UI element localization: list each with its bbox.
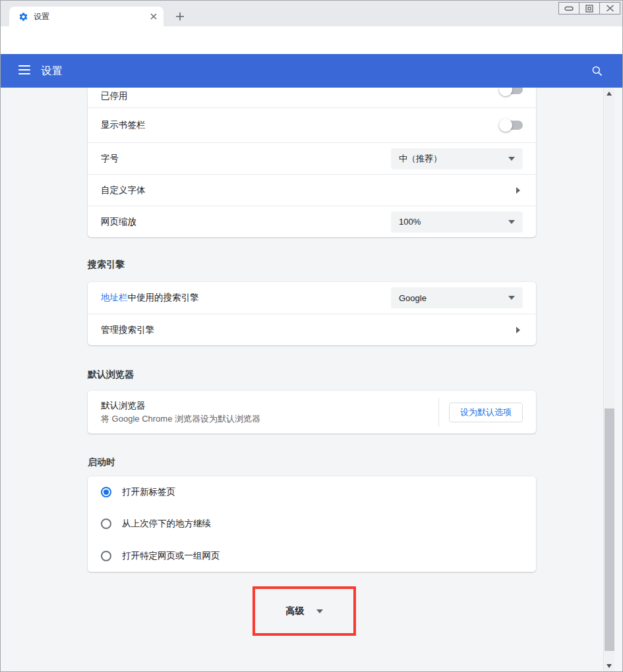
tab-close-icon[interactable] (150, 13, 157, 20)
row-label: 显示书签栏 (101, 119, 146, 131)
chevron-down-icon (316, 609, 323, 613)
settings-content: 已停用 显示书签栏 字号 中（推荐） 自定义字体 网页缩放 100% 搜索引擎 (0, 88, 623, 672)
font-size-dropdown[interactable]: 中（推荐） (391, 148, 523, 169)
appearance-card: 已停用 显示书签栏 字号 中（推荐） 自定义字体 网页缩放 100% (88, 88, 536, 237)
radio-unselected-icon[interactable] (101, 518, 111, 529)
setting-row-page-zoom: 网页缩放 100% (88, 206, 536, 237)
window-titlebar: 设置 (0, 0, 623, 26)
toggle-off[interactable] (500, 121, 523, 130)
on-startup-card: 打开新标签页 从上次停下的地方继续 打开特定网页或一组网页 (88, 476, 536, 572)
section-title-search-engine: 搜索引擎 (88, 258, 125, 271)
browser-toolbar: Chrome | chrome://settings (0, 26, 623, 54)
window-controls (559, 2, 620, 14)
gear-icon (18, 12, 28, 22)
search-engine-card: 地址栏中使用的搜索引擎 Google 管理搜索引擎 (88, 282, 536, 345)
section-title-default-browser: 默认浏览器 (88, 368, 134, 381)
scrollbar-thumb[interactable] (605, 408, 614, 651)
setting-row-font-size: 字号 中（推荐） (88, 142, 536, 174)
radio-label: 从上次停下的地方继续 (122, 518, 211, 530)
row-sublabel: 将 Google Chrome 浏览器设为默认浏览器 (101, 412, 438, 426)
row-label: 网页缩放 (101, 216, 136, 228)
default-browser-text: 默认浏览器 将 Google Chrome 浏览器设为默认浏览器 (101, 399, 438, 426)
row-label: 管理搜索引擎 (101, 324, 154, 336)
search-engine-dropdown[interactable]: Google (391, 287, 523, 308)
menu-hamburger-icon[interactable] (18, 65, 30, 74)
settings-header: 设置 (0, 54, 623, 88)
address-bar-link[interactable]: 地址栏 (101, 293, 128, 302)
default-browser-card: 默认浏览器 将 Google Chrome 浏览器设为默认浏览器 设为默认选项 (88, 391, 536, 434)
minimize-icon[interactable] (558, 2, 579, 14)
new-tab-icon[interactable] (171, 9, 189, 24)
browser-tab[interactable]: 设置 (9, 7, 163, 26)
section-title-on-startup: 启动时 (88, 455, 115, 468)
radio-option-continue-where-left-off[interactable]: 从上次停下的地方继续 (88, 508, 536, 540)
setting-row-show-bookmarks-bar: 显示书签栏 (88, 107, 536, 142)
row-label: 地址栏中使用的搜索引擎 (101, 292, 199, 304)
radio-unselected-icon[interactable] (101, 551, 111, 561)
annotation-red-box: 高级 (252, 586, 356, 636)
chevron-down-icon (508, 220, 515, 224)
row-label: 已停用 (101, 90, 128, 102)
setting-row-default-search-engine: 地址栏中使用的搜索引擎 Google (88, 282, 536, 314)
advanced-button[interactable]: 高级 (286, 605, 305, 617)
toggle-off[interactable] (500, 88, 523, 94)
scroll-up-icon[interactable] (607, 92, 612, 96)
chevron-down-icon (508, 157, 515, 161)
setting-row-default-browser: 默认浏览器 将 Google Chrome 浏览器设为默认浏览器 设为默认选项 (88, 391, 536, 434)
page-zoom-dropdown[interactable]: 100% (391, 211, 523, 233)
radio-selected-icon[interactable] (101, 487, 111, 497)
row-label: 字号 (101, 153, 119, 165)
close-icon[interactable] (599, 2, 620, 14)
page-title: 设置 (41, 65, 63, 78)
row-label: 自定义字体 (101, 184, 146, 196)
vertical-divider (438, 398, 439, 427)
setting-row-customize-fonts[interactable]: 自定义字体 (88, 174, 536, 206)
chevron-right-icon (516, 187, 520, 194)
search-icon[interactable] (591, 65, 603, 77)
radio-option-open-new-tab[interactable]: 打开新标签页 (88, 476, 536, 508)
row-label: 默认浏览器 (101, 399, 438, 412)
set-as-default-button[interactable]: 设为默认选项 (449, 403, 523, 422)
maximize-icon[interactable] (579, 2, 600, 14)
setting-row-disabled: 已停用 (88, 88, 536, 107)
chevron-right-icon (516, 327, 520, 333)
scrollbar[interactable] (603, 88, 614, 672)
tab-title: 设置 (34, 11, 150, 22)
chevron-down-icon (508, 296, 515, 300)
scroll-down-icon[interactable] (607, 664, 612, 668)
radio-option-open-specific-pages[interactable]: 打开特定网页或一组网页 (88, 540, 536, 572)
setting-row-manage-search-engines[interactable]: 管理搜索引擎 (88, 314, 536, 345)
radio-label: 打开特定网页或一组网页 (122, 550, 220, 562)
radio-label: 打开新标签页 (122, 486, 175, 498)
